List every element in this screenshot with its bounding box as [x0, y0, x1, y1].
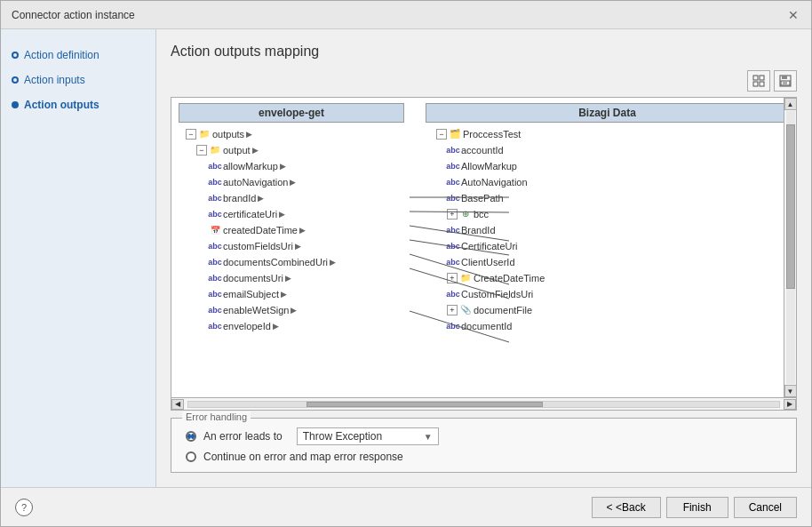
expand-icon[interactable]: − [186, 129, 196, 140]
arrow-right: ▶ [285, 271, 292, 285]
expand-icon[interactable]: − [196, 145, 207, 156]
tree-item-label: BasePath [461, 191, 504, 205]
error-handling-section: Error handling An error leads to Throw E… [171, 418, 797, 473]
tree-item-label: autoNavigation [223, 175, 288, 189]
sidebar-dot [12, 76, 19, 84]
abc-icon: abc [447, 144, 459, 156]
radio-throw-exception[interactable] [186, 431, 196, 442]
cancel-button[interactable]: Cancel [734, 497, 797, 518]
scroll-up-button[interactable]: ▲ [784, 98, 797, 110]
main-content: Action outputs mapping [156, 29, 811, 487]
tree-item-label: AutoNavigation [461, 175, 528, 189]
throw-exception-dropdown[interactable]: Throw Exception ▼ [297, 427, 439, 445]
tree-item-label: documentFile [474, 303, 532, 317]
arrow-right: ▶ [330, 255, 337, 269]
close-button[interactable]: ✕ [786, 8, 800, 22]
tree-row: abc accountId [422, 142, 796, 158]
sidebar-item-label: Action outputs [24, 99, 100, 111]
tree-item-label: envelopeId [223, 319, 271, 333]
tree-item-label: allowMarkup [223, 159, 278, 173]
scroll-left-button[interactable]: ◀ [171, 399, 184, 410]
arrow-right: ▶ [299, 223, 306, 237]
tree-item-label: CreateDateTime [474, 271, 545, 285]
footer-left: ? [15, 499, 33, 516]
folder-key-icon: 🗂️ [449, 128, 461, 140]
error-option-continue: Continue on error and map error response [186, 451, 782, 463]
abc-icon: abc [447, 176, 459, 188]
tree-item-label: ProccessTest [463, 127, 521, 141]
tree-row: abc documentsCombinedUri ▶ [171, 254, 411, 270]
abc-icon: abc [447, 224, 459, 236]
arrow-right: ▶ [295, 239, 302, 253]
tree-item-label: brandId [223, 191, 256, 205]
sidebar: Action definition Action inputs Action o… [1, 29, 156, 487]
toolbar-save-button[interactable] [774, 70, 797, 92]
sidebar-item-action-outputs[interactable]: Action outputs [12, 97, 145, 113]
tree-item-label: enableWetSign [223, 303, 289, 317]
expand-icon[interactable]: + [447, 273, 458, 283]
finish-button[interactable]: Finish [666, 497, 728, 518]
footer-buttons: < <Back Finish Cancel [592, 497, 797, 518]
left-tree-panel: envelope-get − 📁 outputs ▶ − 📁 output [171, 98, 411, 397]
right-tree-panel: Bizagi Data − 🗂️ ProccessTest abc accoun… [411, 98, 796, 397]
dropdown-value: Throw Exception [303, 430, 382, 443]
scroll-track-horizontal [187, 401, 780, 408]
tree-row: + 📎 documentFile [422, 302, 796, 318]
tree-row: abc envelopeId ▶ [171, 318, 411, 334]
tree-row: + 📁 CreateDateTime [422, 270, 796, 286]
tree-item-label: documentsUri [223, 271, 283, 285]
sidebar-dot-active [12, 101, 19, 108]
tree-row: abc BrandId [422, 222, 796, 238]
right-tree-header: Bizagi Data [426, 103, 789, 123]
tree-row: abc enableWetSign ▶ [171, 302, 411, 318]
tree-row: abc ClientUserId [422, 254, 796, 270]
scroll-thumb-vertical[interactable] [786, 124, 795, 288]
tree-item-label: CustomFieldsUri [461, 287, 533, 301]
expand-icon[interactable]: + [447, 209, 458, 220]
tree-item-label: ClientUserId [461, 255, 515, 269]
vertical-scrollbar[interactable]: ▲ ▼ [784, 98, 796, 397]
scroll-thumb-horizontal[interactable] [306, 402, 543, 407]
tree-item-label: BrandId [461, 223, 496, 237]
expand-icon[interactable]: − [436, 129, 447, 140]
scroll-down-button[interactable]: ▼ [784, 385, 797, 397]
error-handling-legend: Error handling [182, 411, 251, 422]
arrow-right: ▶ [279, 207, 286, 221]
folder-icon: 📁 [209, 144, 221, 156]
abc-icon: abc [209, 192, 221, 204]
help-button[interactable]: ? [15, 499, 33, 516]
scroll-right-button[interactable]: ▶ [784, 399, 796, 410]
abc-icon: abc [209, 176, 221, 188]
folder-icon: 📁 [198, 128, 211, 140]
title-bar: Connector action instance ✕ [1, 1, 811, 29]
tree-row: abc certificateUri ▶ [171, 206, 411, 222]
tree-row: 📅 createdDateTime ▶ [171, 222, 411, 238]
tree-row: − 🗂️ ProccessTest [422, 126, 796, 142]
sidebar-item-action-definition[interactable]: Action definition [12, 47, 145, 63]
tree-row: abc BasePath [422, 190, 796, 206]
dropdown-arrow-icon: ▼ [424, 432, 433, 442]
svg-rect-2 [753, 82, 758, 86]
sidebar-item-action-inputs[interactable]: Action inputs [12, 72, 145, 88]
back-button[interactable]: < <Back [592, 497, 661, 518]
tree-item-label: documentsCombinedUri [223, 255, 328, 269]
sidebar-item-label: Action inputs [24, 74, 85, 86]
folder-cal-icon: 📁 [459, 272, 472, 284]
grid-icon [752, 75, 765, 87]
tree-row: abc AllowMarkup [422, 158, 796, 174]
radio-continue-on-error[interactable] [186, 451, 196, 462]
svg-rect-5 [782, 76, 787, 79]
tree-item-label: emailSubject [223, 287, 279, 301]
abc-icon: abc [447, 160, 459, 172]
tree-row: abc AutoNavigation [422, 174, 796, 190]
expand-icon[interactable]: + [447, 305, 458, 315]
tree-row: abc emailSubject ▶ [171, 286, 411, 302]
toolbar-grid-button[interactable] [747, 70, 770, 92]
svg-rect-0 [753, 76, 758, 80]
arrow-right: ▶ [280, 159, 287, 173]
tree-item-label: outputs [212, 127, 244, 141]
mapping-area: envelope-get − 📁 outputs ▶ − 📁 output [171, 97, 797, 411]
left-tree-header: envelope-get [179, 103, 404, 123]
abc-icon: abc [447, 320, 459, 332]
tree-item-label: customFieldsUri [223, 239, 293, 253]
